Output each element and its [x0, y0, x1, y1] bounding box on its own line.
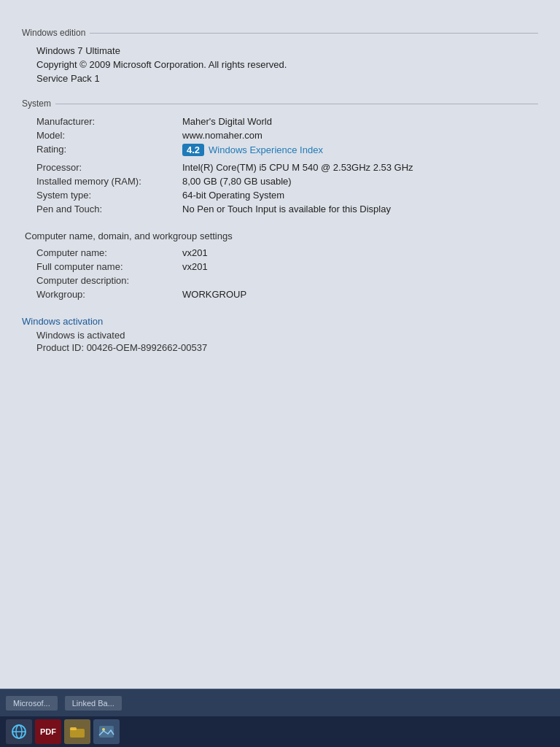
system-section: System Manufacturer: Maher's Digital Wor… [22, 98, 538, 214]
edition-servicepack-row: Service Pack 1 [36, 73, 538, 84]
edition-copyright-row: Copyright © 2009 Microsoft Corporation. … [36, 59, 538, 70]
activation-section: Windows activation Windows is activated … [22, 316, 538, 353]
manufacturer-value: Maher's Digital World [182, 116, 272, 127]
processor-label: Processor: [36, 162, 182, 173]
model-label: Model: [36, 130, 182, 141]
edition-name: Windows 7 Ultimate [36, 45, 120, 56]
edition-name-row: Windows 7 Ultimate [36, 45, 538, 56]
system-label: System [22, 98, 51, 109]
manufacturer-row: Manufacturer: Maher's Digital World [36, 116, 538, 127]
activation-info: Windows is activated Product ID: 00426-O… [22, 330, 538, 353]
taskbar-icon-ie[interactable] [6, 719, 32, 744]
taskbar-top: Microsof... Linked Ba... [0, 689, 560, 716]
workgroup-label: Workgroup: [36, 289, 182, 300]
taskbar-bottom: PDF [0, 716, 560, 747]
windows-edition-label: Windows edition [22, 28, 85, 38]
computer-name-section: Computer name, domain, and workgroup set… [22, 231, 538, 300]
pen-touch-row: Pen and Touch: No Pen or Touch Input is … [36, 204, 538, 214]
ram-label: Installed memory (RAM): [36, 176, 182, 187]
svg-rect-4 [70, 727, 77, 730]
full-computer-name-row: Full computer name: vx201 [36, 261, 538, 272]
ram-value: 8,00 GB (7,80 GB usable) [182, 176, 292, 187]
taskbar-icon-img[interactable] [93, 719, 120, 744]
rating-badge[interactable]: 4.2 [182, 144, 204, 156]
description-label: Computer description: [36, 275, 182, 286]
taskbar-item-1[interactable]: Linked Ba... [65, 696, 122, 711]
ram-row: Installed memory (RAM): 8,00 GB (7,80 GB… [36, 176, 538, 187]
computer-name-row: Computer name: vx201 [36, 247, 538, 258]
description-row: Computer description: [36, 275, 538, 286]
computer-name-title: Computer name, domain, and workgroup set… [22, 231, 538, 241]
pen-touch-value: No Pen or Touch Input is available for t… [182, 204, 391, 214]
rating-container: 4.2 Windows Experience Index [182, 144, 323, 156]
computer-name-label: Computer name: [36, 247, 182, 258]
taskbar-icon-pdf[interactable]: PDF [35, 719, 61, 744]
workgroup-value: WORKGROUP [182, 289, 246, 300]
computer-name-value: vx201 [182, 247, 208, 258]
processor-row: Processor: Intel(R) Core(TM) i5 CPU M 54… [36, 162, 538, 173]
full-computer-name-label: Full computer name: [36, 261, 182, 272]
edition-copyright: Copyright © 2009 Microsoft Corporation. … [36, 59, 287, 70]
system-info: Manufacturer: Maher's Digital World Mode… [22, 116, 538, 214]
system-type-row: System type: 64-bit Operating System [36, 190, 538, 201]
rating-link[interactable]: Windows Experience Index [209, 144, 323, 155]
rating-row: Rating: 4.2 Windows Experience Index [36, 144, 538, 156]
top-partial [0, 0, 560, 13]
pen-touch-label: Pen and Touch: [36, 204, 182, 214]
workgroup-row: Workgroup: WORKGROUP [36, 289, 538, 300]
processor-value: Intel(R) Core(TM) i5 CPU M 540 @ 2.53GHz… [182, 162, 413, 173]
system-line [55, 104, 538, 104]
main-content: Windows edition Windows 7 Ultimate Copyr… [0, 13, 560, 689]
model-row: Model: www.nomaher.com [36, 130, 538, 141]
taskbar-icon-folder[interactable] [64, 719, 90, 744]
activation-title: Windows activation [22, 316, 538, 327]
windows-edition-header: Windows edition [22, 28, 538, 38]
system-type-value: 64-bit Operating System [182, 190, 284, 201]
full-computer-name-value: vx201 [182, 261, 208, 272]
windows-edition-section: Windows edition Windows 7 Ultimate Copyr… [22, 28, 538, 84]
windows-edition-line [90, 33, 538, 34]
computer-name-info: Computer name: vx201 Full computer name:… [22, 247, 538, 300]
model-value: www.nomaher.com [182, 130, 262, 141]
system-type-label: System type: [36, 190, 182, 201]
activation-product-id: Product ID: 00426-OEM-8992662-00537 [36, 342, 538, 353]
edition-servicepack: Service Pack 1 [36, 73, 100, 84]
taskbar: Microsof... Linked Ba... PDF [0, 689, 560, 747]
taskbar-item-0[interactable]: Microsof... [6, 696, 58, 711]
system-header: System [22, 98, 538, 109]
rating-label: Rating: [36, 144, 182, 156]
windows-edition-info: Windows 7 Ultimate Copyright © 2009 Micr… [22, 45, 538, 84]
activation-status: Windows is activated [36, 330, 538, 341]
manufacturer-label: Manufacturer: [36, 116, 182, 127]
